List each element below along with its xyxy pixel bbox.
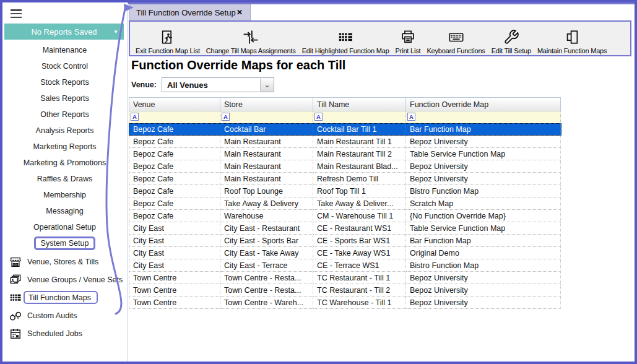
- table-row[interactable]: Bepoz CafeWarehouseCM - Warehouse Till 1…: [129, 210, 561, 222]
- sidebar-item-till-function-maps[interactable]: Till Function Maps: [2, 288, 127, 306]
- sidebar-item-label: Sales Reports: [40, 94, 89, 103]
- column-header-function-override-map[interactable]: Function Override Map: [406, 97, 561, 111]
- cell: Bistro Function Map: [406, 259, 561, 272]
- sidebar-item-scheduled-jobs[interactable]: Scheduled Jobs: [2, 324, 127, 342]
- cell: Main Restaurant: [220, 160, 313, 173]
- keyboard-icon: [448, 28, 464, 46]
- column-header-till-name[interactable]: Till Name: [313, 97, 406, 111]
- cell: City East - Restaurant: [220, 222, 313, 235]
- cell: Bepoz University: [406, 284, 561, 297]
- sidebar-item-venue-groups-venue-sets[interactable]: Venue Groups / Venue Sets: [2, 271, 127, 288]
- column-header-venue[interactable]: Venue: [129, 97, 220, 111]
- sidebar-item-raffles-draws[interactable]: Raffles & Draws: [2, 171, 127, 187]
- sidebar-item-label: Venue Groups / Venue Sets: [27, 275, 123, 284]
- sidebar-item-operational-setup[interactable]: Operational Setup: [2, 219, 127, 235]
- cell: Bepoz University: [406, 136, 561, 148]
- tab-close-button[interactable]: ✕: [236, 8, 243, 17]
- custom-audits-icon: [9, 310, 23, 322]
- table-row[interactable]: Town CentreTown Centre - Resta...TC Rest…: [129, 272, 561, 284]
- venue-filter-row: Venue: All Venues ⌄: [131, 77, 274, 92]
- sidebar-item-other-reports[interactable]: Other Reports: [2, 106, 127, 123]
- sidebar-item-marketing-reports[interactable]: Marketing Reports: [2, 139, 127, 155]
- tab-till-function-override-setup[interactable]: Till Function Override Setup ✕: [129, 4, 251, 20]
- sidebar-item-stock-control[interactable]: Stock Control: [2, 58, 127, 74]
- filter-button-till-name[interactable]: A: [314, 113, 323, 121]
- cell: Bar Function Map: [406, 123, 561, 136]
- table-row[interactable]: City EastCity East - RestaurantCE - Rest…: [129, 222, 561, 235]
- table-row[interactable]: Bepoz CafeRoof Top LoungeRoof Top Till 1…: [129, 185, 561, 197]
- table-row[interactable]: Town CentreTown Centre - Resta...TC Rest…: [129, 284, 561, 297]
- cell: CM - Warehouse Till 1: [313, 210, 406, 222]
- edit-highlighted-function-map-button[interactable]: Edit Highlighted Function Map: [299, 22, 392, 54]
- venue-select[interactable]: All Venues ⌄: [162, 77, 274, 92]
- keyboard-functions-button[interactable]: Keyboard Functions: [423, 22, 488, 54]
- column-header-store[interactable]: Store: [220, 97, 313, 111]
- exit-function-map-list-button[interactable]: Exit Function Map List: [132, 22, 203, 54]
- cell: Take Away & Delivery: [220, 197, 313, 210]
- door-icon: [564, 28, 580, 46]
- table-row[interactable]: Town CentreTown Centre - Wareh...TC Ware…: [129, 297, 561, 309]
- chevron-down-icon[interactable]: ⌄: [260, 78, 274, 92]
- edit-till-setup-button[interactable]: Edit Till Setup: [488, 22, 534, 54]
- venues-stores-tills-icon: [9, 256, 23, 268]
- sidebar-item-system-setup[interactable]: System Setup: [2, 235, 127, 251]
- filter-button-store[interactable]: A: [222, 113, 230, 121]
- table-row[interactable]: Bepoz CafeMain RestaurantMain Restaurant…: [129, 148, 561, 160]
- venue-select-value: All Venues: [162, 80, 260, 90]
- print-list-button[interactable]: Print List: [392, 22, 424, 54]
- cell: TC Warehouse - Till 1: [313, 297, 406, 309]
- sidebar-item-label: Operational Setup: [33, 223, 96, 232]
- sidebar-item-sales-reports[interactable]: Sales Reports: [2, 90, 127, 106]
- toolbar-button-label: Edit Highlighted Function Map: [302, 47, 389, 54]
- table-row[interactable]: City EastCity East - Take AwayCE - Take …: [129, 247, 561, 259]
- venue-groups-icon: [9, 274, 23, 286]
- sidebar-item-label: Other Reports: [40, 110, 89, 119]
- sidebar-item-label: Messaging: [46, 207, 83, 215]
- cell: CE - Sports Bar WS1: [313, 235, 406, 247]
- venue-label: Venue:: [131, 80, 157, 89]
- sidebar-item-marketing-promotions[interactable]: Marketing & Promotions: [2, 155, 127, 171]
- table-row[interactable]: City EastCity East - TerraceCE - Terrace…: [129, 259, 561, 272]
- table-row[interactable]: Bepoz CafeMain RestaurantMain Restaurant…: [129, 160, 561, 173]
- app-window: Global Saved Reports ▼ No Reports Saved …: [0, 0, 637, 364]
- cell: City East - Take Away: [220, 247, 313, 259]
- cell: Bepoz Cafe: [129, 160, 220, 173]
- transfer-icon: [243, 28, 259, 46]
- cell: City East: [129, 247, 220, 259]
- sidebar-item-custom-audits[interactable]: Custom Audits: [2, 306, 127, 324]
- sidebar-item-label: Raffles & Draws: [37, 175, 92, 183]
- cell: Bepoz University: [406, 297, 561, 309]
- cell: Bepoz University: [406, 173, 561, 185]
- sidebar-item-stock-reports[interactable]: Stock Reports: [2, 74, 127, 90]
- change-till-maps-assignments-button[interactable]: Change Till Maps Assignments: [203, 22, 299, 54]
- table-row[interactable]: Bepoz CafeMain RestaurantRefresh Demo Ti…: [129, 173, 561, 185]
- sidebar-item-maintenance[interactable]: Maintenance: [2, 42, 127, 58]
- table-row[interactable]: Bepoz CafeTake Away & DeliveryTake Away …: [129, 197, 561, 210]
- no-reports-saved-label: No Reports Saved: [31, 27, 97, 37]
- maintain-function-maps-button[interactable]: Maintain Function Maps: [534, 22, 610, 54]
- table-row[interactable]: Bepoz CafeCocktail BarCocktail Bar Till …: [129, 123, 561, 136]
- sidebar-item-messaging[interactable]: Messaging: [2, 203, 127, 219]
- table-row[interactable]: City EastCity East - Sports BarCE - Spor…: [129, 235, 561, 247]
- toolbar-button-label: Keyboard Functions: [427, 47, 485, 54]
- cell: Cocktail Bar: [220, 123, 313, 136]
- sidebar-item-membership[interactable]: Membership: [2, 187, 127, 203]
- filter-button-venue[interactable]: A: [131, 113, 139, 121]
- table-row[interactable]: Bepoz CafeMain RestaurantMain Restaurant…: [129, 136, 561, 148]
- toolbar-button-label: Maintain Function Maps: [537, 47, 607, 54]
- cell: Town Centre: [129, 284, 220, 297]
- no-reports-saved-button[interactable]: No Reports Saved ▼: [4, 24, 124, 40]
- cell: Bepoz Cafe: [129, 148, 220, 160]
- sidebar-item-label: Marketing & Promotions: [24, 158, 106, 167]
- filter-button-function-override-map[interactable]: A: [407, 113, 415, 121]
- cell: Main Restaurant: [220, 148, 313, 160]
- sidebar-item-label: Scheduled Jobs: [27, 329, 82, 338]
- global-saved-reports-button[interactable]: Global Saved Reports ▼: [4, 5, 124, 21]
- sidebar-tools: Venue, Stores & TillsVenue Groups / Venu…: [2, 253, 127, 342]
- cell: Bepoz University: [406, 272, 561, 284]
- sidebar-item-analysis-reports[interactable]: Analysis Reports: [2, 123, 127, 139]
- dropdown-arrow-icon: ▼: [113, 11, 118, 16]
- sidebar-item-label: Stock Control: [41, 62, 88, 71]
- cell: Town Centre: [129, 272, 220, 284]
- sidebar-item-venue-stores-tills[interactable]: Venue, Stores & Tills: [2, 253, 127, 271]
